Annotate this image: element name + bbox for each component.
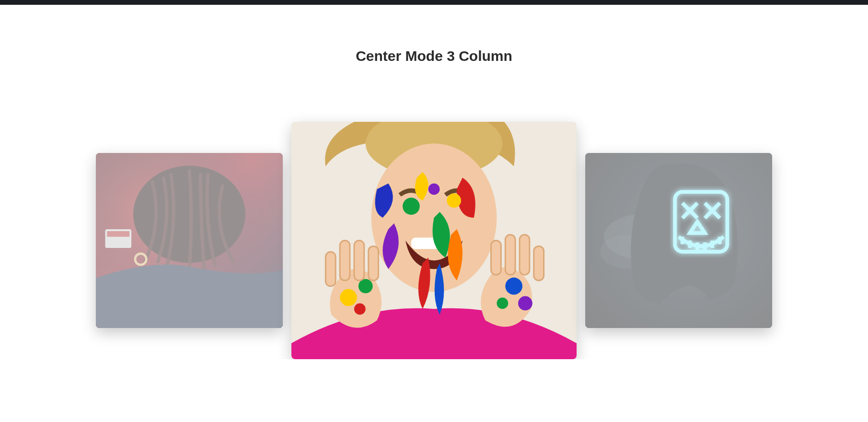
svg-point-13 bbox=[340, 289, 357, 306]
carousel bbox=[0, 122, 868, 359]
page: Center Mode 3 Column bbox=[0, 48, 868, 359]
slide-image-left bbox=[96, 153, 283, 328]
svg-point-11 bbox=[447, 193, 461, 208]
carousel-slide-right[interactable] bbox=[585, 153, 772, 328]
svg-point-5 bbox=[135, 254, 146, 265]
carousel-slide-center[interactable] bbox=[291, 122, 577, 359]
slide-image-right bbox=[585, 153, 772, 328]
svg-point-16 bbox=[505, 278, 522, 295]
svg-point-10 bbox=[403, 198, 420, 215]
browser-topbar bbox=[0, 0, 868, 5]
svg-point-17 bbox=[518, 296, 532, 311]
svg-rect-3 bbox=[105, 229, 132, 248]
svg-point-15 bbox=[354, 303, 366, 315]
svg-rect-25 bbox=[520, 235, 530, 275]
svg-rect-1 bbox=[96, 153, 283, 328]
section-title: Center Mode 3 Column bbox=[0, 48, 868, 64]
svg-point-14 bbox=[359, 279, 373, 293]
svg-rect-24 bbox=[505, 235, 515, 275]
svg-rect-30 bbox=[675, 192, 727, 252]
svg-rect-19 bbox=[325, 252, 336, 286]
slide-image-center bbox=[291, 122, 577, 359]
svg-rect-27 bbox=[585, 153, 772, 328]
svg-point-28 bbox=[604, 214, 679, 259]
svg-point-29 bbox=[600, 235, 652, 269]
svg-rect-20 bbox=[340, 241, 350, 281]
svg-point-2 bbox=[133, 166, 245, 263]
svg-rect-26 bbox=[534, 246, 544, 280]
carousel-slide-left[interactable] bbox=[96, 153, 283, 328]
svg-rect-23 bbox=[491, 241, 501, 275]
svg-rect-0 bbox=[96, 153, 283, 328]
svg-rect-21 bbox=[354, 241, 364, 281]
svg-rect-22 bbox=[369, 246, 379, 280]
svg-point-18 bbox=[497, 298, 508, 309]
svg-point-12 bbox=[428, 184, 440, 195]
svg-rect-4 bbox=[107, 231, 129, 237]
